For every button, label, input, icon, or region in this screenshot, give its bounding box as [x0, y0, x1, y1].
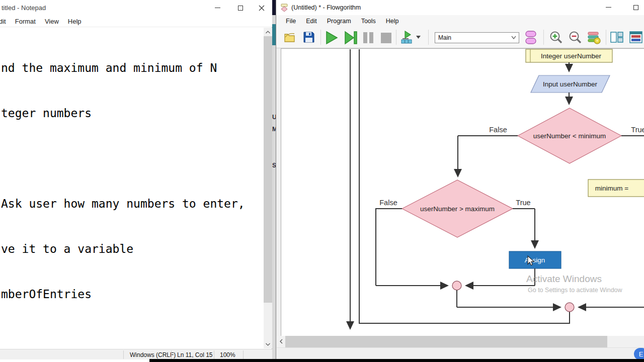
- status-separator: [171, 350, 172, 359]
- decision-text: userNumber > maximum: [420, 205, 495, 213]
- edge-badge-letter: E: [639, 350, 643, 358]
- assign-minimum-shape[interactable]: minimum =: [588, 179, 644, 197]
- flowgorithm-toolbar: Main: [276, 27, 644, 48]
- status-line-ending: Windows (CRLF): [130, 351, 176, 358]
- status-separator: [214, 350, 214, 359]
- notepad-window-title: titled - Notepad: [2, 4, 46, 12]
- text-line: [1, 151, 264, 166]
- minimize-icon: [215, 8, 220, 8]
- maximize-icon: [238, 6, 243, 11]
- input-text: Input userNumber: [543, 80, 598, 88]
- scroll-up-icon[interactable]: [264, 28, 272, 36]
- decision-shape-if2[interactable]: userNumber > maximum: [402, 180, 513, 237]
- toolbar-separator: [543, 30, 544, 45]
- text-line: mberOfEntries: [1, 287, 264, 302]
- console-window-icon[interactable]: [629, 31, 643, 44]
- menu-format[interactable]: Format: [11, 18, 40, 25]
- branch-label-true: True: [516, 199, 530, 207]
- notepad-titlebar: titled - Notepad: [0, 0, 272, 16]
- flowgorithm-window: (Untitled) * - Flowgorithm File Edit Pro…: [276, 0, 644, 359]
- maximize-button[interactable]: [624, 0, 644, 15]
- notepad-statusbar: Windows (CRLF) Ln 11, Col 15 100%: [0, 349, 272, 359]
- flowgorithm-menubar: File Edit Program Tools Help: [276, 15, 644, 27]
- background-letter: S: [272, 162, 276, 169]
- chevron-down-icon: [511, 36, 516, 39]
- open-file-icon[interactable]: [283, 31, 297, 44]
- merge-connector: [452, 281, 461, 290]
- toolbar-separator: [428, 30, 429, 45]
- app-icon: [280, 4, 288, 12]
- flowgorithm-titlebar: (Untitled) * - Flowgorithm: [276, 0, 644, 15]
- function-selector-dropdown[interactable]: Main: [435, 32, 519, 43]
- scrollbar-thumb[interactable]: [285, 336, 607, 347]
- toolbar-separator: [320, 30, 321, 45]
- declare-shape[interactable]: Integer userNumber: [526, 49, 612, 62]
- branch-label-false: False: [379, 199, 397, 207]
- text-line: teger numbers: [1, 106, 264, 121]
- background-letter: M: [272, 126, 276, 133]
- edge-badge[interactable]: E: [634, 348, 644, 360]
- status-separator: [243, 350, 244, 359]
- toolbar-separator: [396, 30, 396, 45]
- text-line: Ask user how many numbers to enter,: [1, 196, 264, 211]
- status-zoom-level: 100%: [220, 351, 235, 358]
- minimize-button[interactable]: [597, 0, 620, 15]
- scroll-left-icon[interactable]: [277, 337, 285, 345]
- declare-text: Integer userNumber: [541, 52, 602, 60]
- menu-tools[interactable]: Tools: [356, 18, 381, 25]
- decision-shape-if1[interactable]: userNumber < minimum: [518, 108, 621, 163]
- horizontal-scrollbar[interactable]: [277, 336, 644, 347]
- notepad-window: titled - Notepad dit Format View Help nd…: [0, 0, 272, 362]
- input-shape[interactable]: Input userNumber: [531, 75, 610, 93]
- pause-icon[interactable]: [362, 31, 375, 45]
- menu-help[interactable]: Help: [381, 18, 404, 25]
- close-button[interactable]: [250, 0, 273, 16]
- assign-shape-selected[interactable]: Assign: [509, 251, 561, 268]
- variable-watch-icon[interactable]: [525, 30, 537, 45]
- toolbar-separator: [606, 30, 606, 45]
- branch-label-true: True: [631, 126, 644, 134]
- branch-label-false: False: [489, 126, 507, 134]
- run-icon[interactable]: [325, 31, 339, 45]
- minimize-icon: [606, 7, 611, 8]
- flow-line: [376, 209, 402, 286]
- zoom-in-icon[interactable]: [549, 31, 564, 45]
- maximize-icon: [633, 5, 638, 10]
- background-letter: U: [272, 114, 276, 121]
- text-line: ve it to a variable: [1, 241, 264, 256]
- maximize-button[interactable]: [229, 0, 252, 16]
- stop-icon[interactable]: [379, 31, 392, 45]
- background-dark-block: [272, 0, 276, 15]
- scrollbar-thumb[interactable]: [264, 36, 272, 303]
- run-to-window-icon[interactable]: [400, 31, 414, 44]
- flowgorithm-statusbar: E: [277, 347, 644, 359]
- save-icon[interactable]: [302, 31, 315, 44]
- merge-connector: [565, 303, 574, 312]
- notepad-menubar: dit Format View Help: [0, 16, 272, 27]
- assign-minimum-text: minimum =: [595, 185, 629, 192]
- chart-style-icon[interactable]: [587, 31, 601, 45]
- menu-help[interactable]: Help: [63, 18, 86, 25]
- zoom-out-icon[interactable]: [569, 31, 583, 45]
- status-cursor-position: Ln 11, Col 15: [177, 351, 213, 358]
- background-teal-block: [272, 24, 276, 45]
- taskbar-strip: [149, 359, 644, 362]
- scroll-down-icon[interactable]: [264, 340, 272, 348]
- notepad-text-area[interactable]: nd the maximum and minimum of N teger nu…: [1, 30, 264, 347]
- menu-view[interactable]: View: [40, 18, 63, 25]
- dropdown-caret-icon[interactable]: [416, 36, 421, 39]
- activate-windows-subtext: Go to Settings to activate Window: [528, 287, 622, 294]
- layout-split-icon[interactable]: [610, 31, 624, 44]
- menu-edit[interactable]: Edit: [301, 18, 322, 25]
- vertical-scrollbar[interactable]: [264, 28, 272, 348]
- function-selector-value: Main: [438, 34, 451, 41]
- activate-windows-watermark: Activate Windows: [526, 274, 602, 285]
- step-icon[interactable]: [344, 31, 358, 45]
- minimize-button[interactable]: [206, 0, 229, 16]
- close-icon: [259, 5, 265, 11]
- status-separator: [123, 350, 124, 359]
- text-line: nd the maximum and minimum of N: [1, 60, 264, 75]
- menu-file[interactable]: File: [281, 18, 301, 25]
- menu-edit[interactable]: dit: [0, 18, 11, 25]
- menu-program[interactable]: Program: [322, 18, 356, 25]
